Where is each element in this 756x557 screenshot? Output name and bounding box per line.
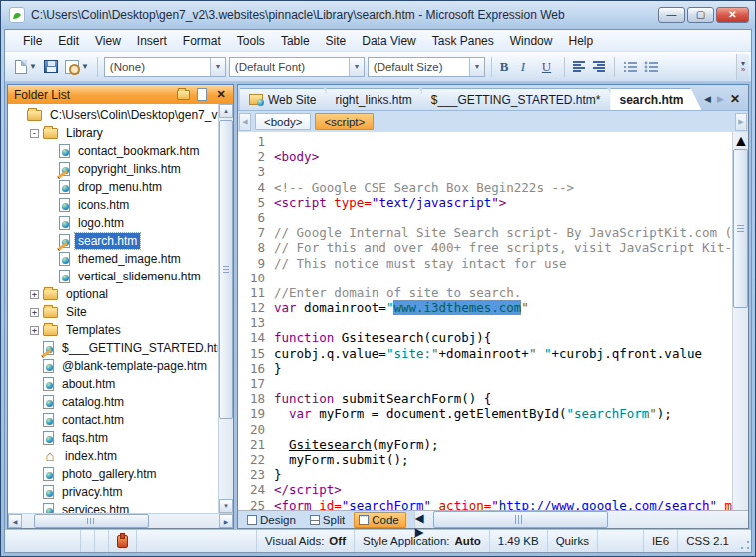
quicktag-script[interactable]: <script>: [315, 113, 374, 130]
align-left-button[interactable]: [571, 56, 588, 78]
italic-button[interactable]: I: [519, 56, 537, 78]
view-tab-design[interactable]: Design: [242, 512, 303, 528]
view-tab-code[interactable]: Code: [354, 512, 406, 528]
scrollbar-thumb[interactable]: [219, 120, 233, 419]
tree-item--blank-template-page-htm[interactable]: @blank-template-page.htm: [8, 357, 218, 375]
tree-item-services-htm[interactable]: services.htm: [8, 501, 218, 513]
numbered-list-button[interactable]: [621, 56, 639, 78]
underline-button[interactable]: U: [540, 56, 558, 78]
size-combo[interactable]: (Default Size)▼: [368, 57, 485, 77]
expand-icon[interactable]: +: [30, 308, 39, 317]
save-button[interactable]: [42, 56, 60, 78]
tree-item-label: icons.htm: [75, 197, 132, 213]
tree-item-optional[interactable]: +optional: [8, 285, 218, 303]
toolbar-overflow-button[interactable]: ▾»: [736, 54, 749, 80]
scroll-up-button[interactable]: ▲: [219, 104, 233, 118]
expand-icon[interactable]: +: [30, 326, 39, 335]
tree-item-vertical-slidemenu-htm[interactable]: vertical_slidemenu.htm: [8, 268, 218, 285]
quicktag-scroll-right-button[interactable]: ▶: [735, 113, 747, 131]
tree-item-photo-gallery-htm[interactable]: photo_gallery.htm: [8, 465, 218, 483]
code-segment: action=: [439, 498, 492, 511]
tree-item-templates[interactable]: +Templates: [8, 321, 218, 339]
tree-item-index-htm[interactable]: ⌂index.htm: [8, 447, 218, 465]
bold-button[interactable]: B: [498, 56, 516, 78]
collapse-icon[interactable]: -: [30, 129, 39, 138]
menu-item-task-panes[interactable]: Task Panes: [424, 31, 502, 51]
code-view[interactable]: 12<body>34<!-- Google CSE Search Box Beg…: [238, 132, 748, 510]
menu-item-site[interactable]: Site: [318, 31, 355, 51]
menu-item-view[interactable]: View: [87, 31, 129, 51]
tree-item-search-htm[interactable]: search.htm: [8, 232, 218, 250]
tab-web-site[interactable]: Web Site: [240, 88, 334, 110]
tab--getting-started-htm-[interactable]: $___GETTING_STARTED.htm*: [422, 88, 619, 110]
menu-item-edit[interactable]: Edit: [50, 31, 87, 51]
close-document-button[interactable]: ✕: [730, 92, 740, 106]
new-page-button[interactable]: [194, 88, 210, 102]
scrollbar-thumb[interactable]: [34, 514, 149, 528]
close-button[interactable]: ✕: [716, 7, 749, 23]
expand-icon[interactable]: +: [30, 290, 39, 299]
tree-item-label: $___GETTING_STARTED.htm: [59, 340, 218, 356]
minimize-button[interactable]: —: [658, 7, 685, 23]
tree-item--getting-started-htm[interactable]: $___GETTING_STARTED.htm: [8, 339, 218, 357]
scrollbar-thumb[interactable]: [433, 511, 608, 528]
font-combo[interactable]: (Default Font)▼: [229, 57, 365, 77]
chevron-down-icon[interactable]: ▼: [210, 58, 225, 76]
menu-item-data-view[interactable]: Data View: [354, 31, 423, 51]
visual-aids-cell[interactable]: Visual Aids:Off: [256, 530, 354, 552]
menu-item-file[interactable]: File: [15, 31, 50, 51]
tree-item-site[interactable]: +Site: [8, 303, 218, 321]
scrollbar-thumb[interactable]: [733, 149, 748, 308]
scroll-right-button[interactable]: ▶: [219, 514, 233, 528]
quicktag-scroll-left-button[interactable]: ◀: [239, 113, 251, 131]
menu-item-help[interactable]: Help: [560, 31, 601, 51]
tree-item-themed-image-htm[interactable]: themed_image.htm: [8, 250, 218, 268]
tree-item-c-users-colin-desktop-gen7-v2-3-[interactable]: C:\Users\Colin\Desktop\gen7_v2\3.: [8, 106, 218, 124]
tree-item-logo-htm[interactable]: logo.htm: [8, 214, 218, 232]
code-line: 8// For this and over 400+ free scripts,…: [238, 240, 732, 255]
menu-item-window[interactable]: Window: [502, 31, 561, 51]
scroll-down-button[interactable]: ▼: [219, 499, 233, 513]
code-horizontal-scrollbar[interactable]: ◀ ▶: [414, 511, 748, 528]
code-line: 11//Enter domain of site to search.: [238, 285, 732, 300]
new-document-button[interactable]: ▼: [13, 56, 39, 78]
menu-item-table[interactable]: Table: [273, 31, 318, 51]
tree-item-faqs-htm[interactable]: faqs.htm: [8, 429, 218, 447]
chevron-down-icon[interactable]: ▼: [469, 58, 484, 76]
tree-item-catalog-htm[interactable]: catalog.htm: [8, 393, 218, 411]
tree-item-copyright-links-htm[interactable]: copyright_links.htm: [8, 160, 218, 178]
maximize-button[interactable]: ▢: [687, 7, 714, 23]
style-combo[interactable]: (None)▼: [104, 57, 226, 77]
tree-item-icons-htm[interactable]: icons.htm: [8, 196, 218, 214]
code-segment: metho: [725, 498, 732, 511]
tree-item-privacy-htm[interactable]: privacy.htm: [8, 483, 218, 501]
tree-item-about-htm[interactable]: about.htm: [8, 375, 218, 393]
tree-item-library[interactable]: -Library: [8, 124, 218, 142]
folder-tree-horizontal-scrollbar[interactable]: ◀ ▶: [8, 513, 233, 528]
tab-label: search.htm: [619, 93, 683, 107]
align-right-button[interactable]: [591, 56, 608, 78]
tree-item-contact-htm[interactable]: contact.htm: [8, 411, 218, 429]
code-vertical-scrollbar[interactable]: ▲ ▼: [732, 132, 748, 510]
quicktag-body[interactable]: <body>: [255, 113, 311, 130]
tab-scroll-right-button[interactable]: ▶: [717, 94, 724, 104]
view-tab-split[interactable]: Split: [305, 512, 352, 528]
menu-item-tools[interactable]: Tools: [229, 31, 273, 51]
preview-button[interactable]: ▼: [63, 56, 91, 78]
menu-item-insert[interactable]: Insert: [129, 31, 175, 51]
tab-right-links-htm[interactable]: right_links.htm: [326, 88, 429, 110]
code-text: function Gsitesearch(curobj){: [274, 330, 732, 345]
new-folder-button[interactable]: [175, 88, 191, 102]
tree-item-drop-menu-htm[interactable]: drop_menu.htm: [8, 178, 218, 196]
chevron-down-icon: ▼: [81, 62, 89, 71]
scroll-up-button[interactable]: ▲: [733, 132, 748, 150]
tab-scroll-left-button[interactable]: ◀: [704, 94, 711, 104]
bullet-list-button[interactable]: [642, 56, 660, 78]
chevron-down-icon[interactable]: ▼: [349, 58, 364, 76]
close-panel-button[interactable]: ✕: [213, 88, 229, 102]
menu-item-format[interactable]: Format: [175, 31, 229, 51]
folder-tree-vertical-scrollbar[interactable]: ▲ ▼: [218, 104, 233, 513]
tab-search-htm[interactable]: search.htm: [610, 88, 701, 110]
tree-item-contact-bookmark-htm[interactable]: contact_bookmark.htm: [8, 142, 218, 160]
scroll-left-button[interactable]: ◀: [8, 514, 22, 528]
